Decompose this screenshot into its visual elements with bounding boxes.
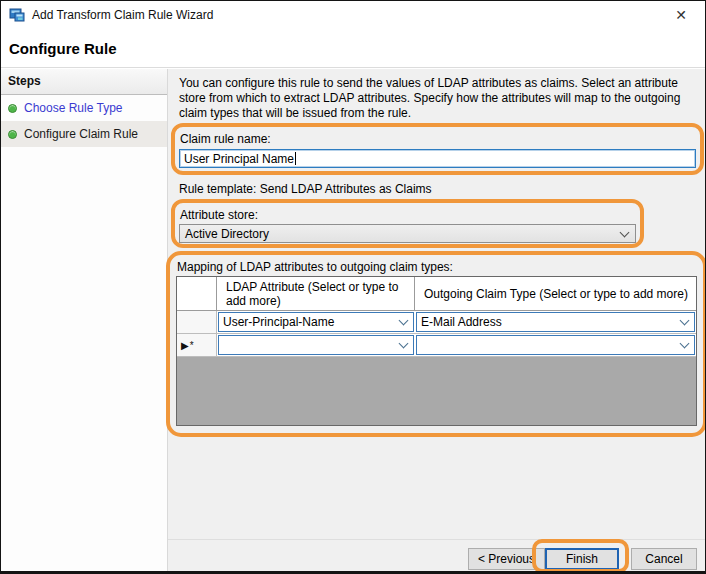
previous-button[interactable]: < Previous xyxy=(468,548,545,570)
chevron-down-icon xyxy=(680,339,690,349)
title-bar: Add Transform Claim Rule Wizard ✕ xyxy=(1,1,705,29)
text-caret xyxy=(295,152,296,165)
claim-rule-name-label: Claim rule name: xyxy=(180,132,271,146)
page-heading-bar: Configure Rule xyxy=(1,29,705,68)
mapping-section-label: Mapping of LDAP attributes to outgoing c… xyxy=(177,260,453,274)
ldap-attribute-value: User-Principal-Name xyxy=(223,315,400,329)
row-selector-cell[interactable] xyxy=(177,311,217,333)
mapping-table-header: LDAP Attribute (Select or type to add mo… xyxy=(177,277,696,311)
step-label: Choose Rule Type xyxy=(24,101,123,115)
chevron-down-icon xyxy=(399,316,409,326)
rule-description-text: You can configure this rule to send the … xyxy=(179,76,697,121)
window-title: Add Transform Claim Rule Wizard xyxy=(32,8,213,22)
outgoing-claim-type-combo[interactable]: E-Mail Address xyxy=(416,312,695,332)
new-row-marker-cell[interactable]: ▶* xyxy=(177,334,217,356)
step-label: Configure Claim Rule xyxy=(24,127,138,141)
row-selector-header-cell xyxy=(177,277,217,310)
ldap-attribute-column-header: LDAP Attribute (Select or type to add mo… xyxy=(217,277,415,310)
mapping-table: LDAP Attribute (Select or type to add mo… xyxy=(176,276,697,426)
finish-button[interactable]: Finish xyxy=(545,548,619,570)
steps-header: Steps xyxy=(1,69,167,95)
attribute-store-label: Attribute store: xyxy=(180,208,258,222)
sidebar-item-configure-claim-rule[interactable]: Configure Claim Rule xyxy=(1,121,167,147)
table-row: User-Principal-Name E-Mail Address xyxy=(177,311,696,334)
mapping-table-empty-area xyxy=(177,357,696,425)
steps-sidebar: Steps Choose Rule Type Configure Claim R… xyxy=(1,69,168,571)
page-title: Configure Rule xyxy=(9,40,117,57)
step-complete-dot-icon xyxy=(8,130,17,139)
chevron-down-icon xyxy=(680,316,690,326)
claim-rule-name-value: User Principal Name xyxy=(184,152,294,166)
outgoing-claim-type-column-header: Outgoing Claim Type (Select or type to a… xyxy=(415,277,696,310)
cancel-button[interactable]: Cancel xyxy=(631,548,697,570)
step-complete-dot-icon xyxy=(8,104,17,113)
adfs-wizard-icon xyxy=(9,7,25,23)
table-row-new: ▶* xyxy=(177,334,696,357)
rule-template-text: Rule template: Send LDAP Attributes as C… xyxy=(179,182,432,196)
attribute-store-dropdown[interactable]: Active Directory xyxy=(179,224,636,243)
footer-divider xyxy=(168,539,705,540)
outgoing-claim-type-value: E-Mail Address xyxy=(421,315,681,329)
wizard-content-pane: You can configure this rule to send the … xyxy=(168,69,705,571)
outgoing-claim-type-combo-empty[interactable] xyxy=(416,335,695,355)
attribute-store-value: Active Directory xyxy=(185,227,621,241)
chevron-down-icon xyxy=(620,227,630,237)
close-icon[interactable]: ✕ xyxy=(672,6,690,24)
wizard-dialog: Add Transform Claim Rule Wizard ✕ Config… xyxy=(0,0,706,574)
chevron-down-icon xyxy=(399,339,409,349)
sidebar-item-choose-rule-type[interactable]: Choose Rule Type xyxy=(1,95,167,121)
claim-rule-name-input[interactable]: User Principal Name xyxy=(179,149,696,168)
ldap-attribute-combo-empty[interactable] xyxy=(218,335,414,355)
ldap-attribute-combo[interactable]: User-Principal-Name xyxy=(218,312,414,332)
